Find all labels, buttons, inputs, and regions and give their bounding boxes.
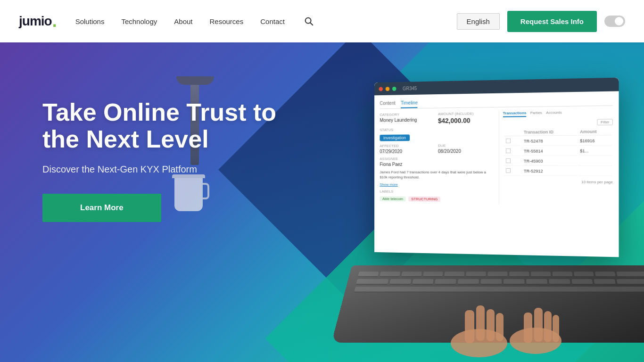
screen-checkbox[interactable] bbox=[506, 148, 511, 153]
main-nav: Solutions Technology About Resources Con… bbox=[75, 17, 285, 25]
screen-category-value: Money Laundering bbox=[380, 117, 434, 123]
screen-dot-red bbox=[379, 87, 383, 91]
screen-tag-1: Able telecom bbox=[380, 197, 405, 202]
screen-tx-id-3: TR-45903 bbox=[522, 157, 577, 166]
screen-tags: Able telecom STRUCTURING bbox=[380, 197, 494, 203]
key bbox=[401, 272, 422, 277]
request-sales-button[interactable]: Request Sales Info bbox=[507, 11, 597, 32]
search-icon[interactable] bbox=[304, 16, 314, 26]
theme-toggle[interactable] bbox=[604, 16, 625, 27]
svg-rect-6 bbox=[496, 313, 504, 341]
key bbox=[380, 272, 400, 277]
key bbox=[356, 279, 388, 285]
screen-checkbox[interactable] bbox=[506, 139, 511, 143]
screen-description: James Ford had 7 transactions over 4 day… bbox=[380, 170, 494, 181]
svg-rect-10 bbox=[544, 311, 552, 342]
screen-amount-value: $42,000.00 bbox=[438, 116, 494, 124]
screen-amount-label: AMOUNT (INCLUDE) bbox=[438, 111, 494, 116]
key bbox=[594, 279, 616, 285]
screen-tx-amt-3 bbox=[578, 156, 612, 166]
table-row: TR-52912 bbox=[504, 167, 612, 176]
screen-tx-amt-2: $1... bbox=[578, 147, 612, 156]
table-row: TR-55814 $1... bbox=[504, 147, 612, 156]
screen-tab-content[interactable]: Content bbox=[380, 100, 395, 108]
key bbox=[358, 272, 379, 277]
screen-tab-timeline[interactable]: Timeline bbox=[401, 100, 418, 108]
header: jumio. Solutions Technology About Resour… bbox=[0, 0, 644, 42]
nav-technology[interactable]: Technology bbox=[121, 17, 157, 25]
screen-tx-id-2: TR-55814 bbox=[522, 147, 577, 156]
svg-rect-5 bbox=[487, 309, 495, 341]
screen-dot-yellow bbox=[386, 87, 390, 91]
screen-tx-id-1: TR-52478 bbox=[522, 137, 577, 146]
nav-contact[interactable]: Contact bbox=[260, 17, 285, 25]
screen-tx-id-4: TR-52912 bbox=[522, 167, 577, 176]
screen-tx-amt-1: $16916 bbox=[578, 136, 612, 146]
screen-category-label: CATEGORY bbox=[380, 112, 434, 117]
screen-filter-btn[interactable]: Filter bbox=[597, 119, 613, 125]
hero-cta-button[interactable]: Learn More bbox=[42, 194, 161, 222]
screen-parties-tab[interactable]: Parties bbox=[530, 111, 542, 117]
header-right: English Request Sales Info bbox=[457, 11, 625, 32]
screen-table-header-amount: Amount bbox=[578, 128, 612, 136]
key bbox=[595, 272, 616, 277]
hero-text-container: Take Online Trust to the Next Level Disc… bbox=[42, 99, 278, 222]
screen-transactions-tab[interactable]: Transactions bbox=[503, 111, 527, 117]
table-row: TR-45903 bbox=[504, 156, 612, 166]
nav-resources[interactable]: Resources bbox=[210, 17, 244, 25]
screen-content: Content Timeline CATEGORY Money Launderi… bbox=[380, 95, 612, 207]
table-row: TR-52478 $16916 bbox=[504, 136, 612, 146]
nav-about[interactable]: About bbox=[174, 17, 192, 25]
screen-due-label: DUE bbox=[438, 143, 494, 148]
screen-accounts-tab[interactable]: Accounts bbox=[546, 110, 562, 117]
screen-affected-label: AFFECTED bbox=[380, 144, 434, 148]
screen-labels-label: LABELS bbox=[380, 189, 494, 194]
screen-due-date: 08/20/2020 bbox=[438, 148, 494, 154]
key bbox=[617, 272, 644, 277]
screen-checkbox[interactable] bbox=[506, 168, 511, 173]
screen-tabs: Content Timeline bbox=[380, 97, 612, 109]
screen-status-label: STATUS bbox=[380, 127, 494, 132]
screen-tag-2: STRUCTURING bbox=[409, 197, 441, 202]
screen-checkbox[interactable] bbox=[506, 158, 511, 163]
key bbox=[389, 279, 411, 285]
screen-category-row: CATEGORY Money Laundering AMOUNT (INCLUD… bbox=[380, 111, 494, 125]
screen-show-more[interactable]: Show more bbox=[380, 182, 494, 187]
screen-transactions-table: Transaction ID Amount TR-52478 $16916 bbox=[503, 127, 613, 177]
screen-dot-green bbox=[392, 86, 396, 90]
key bbox=[617, 279, 644, 285]
svg-rect-9 bbox=[534, 308, 543, 342]
nav-solutions[interactable]: Solutions bbox=[75, 17, 105, 25]
hero-section: GR345 Content Timeline CATEGORY Money L bbox=[0, 42, 644, 362]
svg-line-1 bbox=[310, 23, 313, 25]
hands-area bbox=[422, 268, 587, 362]
screen-status-badge: Investigation bbox=[380, 134, 409, 141]
screen-table-header-check bbox=[504, 129, 521, 136]
svg-rect-11 bbox=[553, 315, 559, 342]
screen-pagination: 10 items per page bbox=[503, 180, 613, 184]
svg-rect-3 bbox=[465, 310, 474, 343]
screen-tx-amt-4 bbox=[578, 167, 612, 176]
svg-rect-8 bbox=[524, 313, 532, 343]
logo-text: jumio bbox=[19, 14, 52, 29]
screen-dates-row: AFFECTED 07/29/2020 DUE 08/20/2020 bbox=[380, 143, 494, 154]
screen-assignee-value: Fiona Paez bbox=[380, 162, 494, 167]
logo[interactable]: jumio. bbox=[19, 13, 57, 30]
hands-svg bbox=[422, 268, 587, 362]
screen-title: GR345 bbox=[403, 86, 417, 91]
hero-headline: Take Online Trust to the Next Level bbox=[42, 99, 278, 153]
screen-assignee-label: Assignee bbox=[380, 156, 494, 161]
language-button[interactable]: English bbox=[457, 13, 500, 30]
header-left: jumio. Solutions Technology About Resour… bbox=[19, 13, 314, 30]
laptop-screen: GR345 Content Timeline CATEGORY Money L bbox=[374, 78, 619, 257]
screen-affected-date: 07/29/2020 bbox=[380, 149, 434, 154]
hero-subline: Discover the Next-Gen KYX Platform bbox=[42, 164, 278, 175]
logo-dot: . bbox=[52, 13, 57, 30]
svg-rect-4 bbox=[476, 305, 485, 341]
screen-table-header-id: Transaction ID bbox=[522, 128, 577, 136]
